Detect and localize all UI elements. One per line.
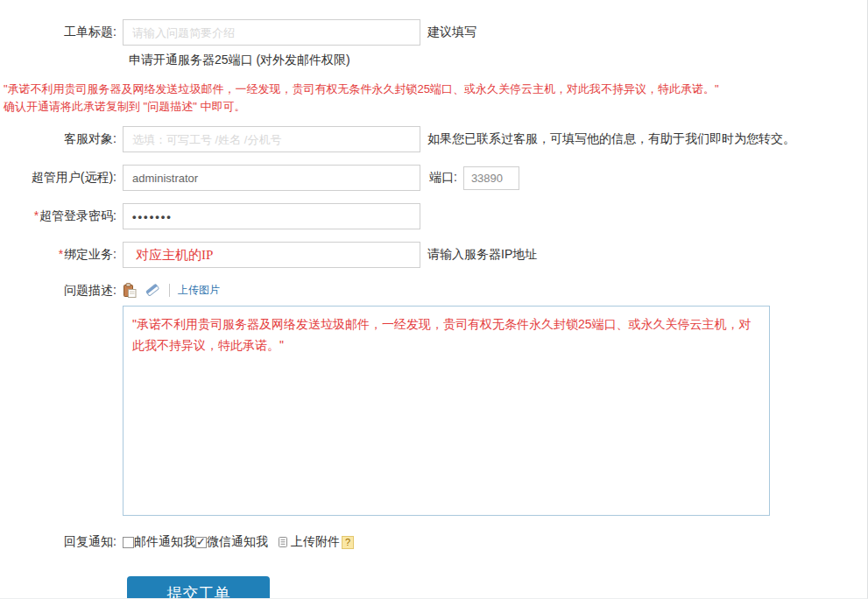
email-notify-checkbox[interactable] [123,537,134,548]
help-icon[interactable]: ? [342,536,354,549]
required-asterisk: * [34,208,39,222]
submit-ticket-button[interactable]: 提交工单 [127,576,270,599]
ticket-form-page: 工单标题: 建议填写 申请开通服务器25端口 (对外发邮件权限) "承诺不利用贵… [0,0,868,599]
upload-attachment-label: 上传附件 [291,534,340,550]
admin-user-input[interactable] [123,165,420,191]
ticket-title-row: 工单标题: 建议填写 [0,19,867,46]
warning-line-1: "承诺不利用贵司服务器及网络发送垃圾邮件，一经发现，贵司有权无条件永久封锁25端… [4,81,867,98]
description-row: 问题描述: [0,280,867,519]
description-label: 问题描述: [0,283,123,299]
required-asterisk: * [59,247,63,261]
warning-text: "承诺不利用贵司服务器及网络发送垃圾邮件，一经发现，贵司有权无条件永久封锁25端… [4,81,867,116]
binding-business-hint: 请输入服务器IP地址 [427,247,537,263]
admin-password-row: *超管登录密码: [0,203,867,229]
service-target-hint: 如果您已联系过客服，可填写他的信息，有助于我们即时为您转交。 [427,131,795,147]
eraser-icon[interactable] [145,283,160,297]
binding-business-input[interactable] [123,242,420,268]
port-label: 端口: [429,170,457,186]
service-target-input[interactable] [123,126,420,152]
binding-business-label: *绑定业务: [0,247,123,263]
wechat-notify-label: 微信通知我 [207,534,268,550]
email-notify-label: 邮件通知我 [134,534,195,550]
admin-user-label: 超管用户(远程): [0,170,123,186]
paste-icon[interactable] [123,283,137,298]
admin-user-row: 超管用户(远程): 端口: [0,165,867,191]
upload-image-link[interactable]: 上传图片 [178,283,220,298]
ticket-title-label: 工单标题: [0,25,123,40]
reply-notify-label: 回复通知: [0,534,123,550]
service-target-label: 客服对象: [0,131,123,147]
admin-password-input[interactable] [123,203,420,229]
admin-password-label: *超管登录密码: [0,208,123,224]
reply-notify-row: 回复通知: 邮件通知我 微信通知我 上传附件 ? [0,534,867,550]
wechat-notify-checkbox[interactable] [195,537,207,548]
service-target-row: 客服对象: 如果您已联系过客服，可填写他的信息，有助于我们即时为您转交。 [0,126,867,152]
ticket-title-input[interactable] [123,19,420,46]
binding-business-row: *绑定业务: 请输入服务器IP地址 [0,242,867,268]
ticket-title-hint: 建议填写 [427,25,476,40]
warning-line-2: 确认开通请将此承诺复制到 "问题描述" 中即可。 [4,98,867,116]
toolbar-divider [169,284,170,297]
description-area: 上传图片 "承诺不利用贵司服务器及网络发送垃圾邮件，一经发现，贵司有权无条件永久… [123,280,770,519]
upload-attachment-button[interactable]: 上传附件 ? [277,534,354,550]
port-input[interactable] [463,166,519,190]
description-toolbar: 上传图片 [123,280,770,300]
attachment-list-icon [277,536,289,548]
description-textarea[interactable]: "承诺不利用贵司服务器及网络发送垃圾邮件，一经发现，贵司有权无条件永久封锁25端… [123,306,770,516]
ticket-title-subtext: 申请开通服务器25端口 (对外发邮件权限) [129,53,867,68]
